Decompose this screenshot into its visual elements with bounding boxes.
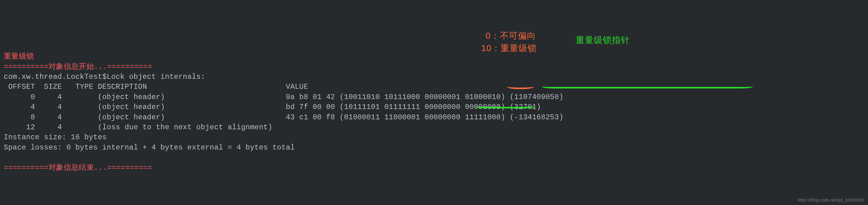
row-0: 0 4 (object header) 9a b8 01 42 (1001101…: [4, 93, 563, 101]
title-line: 重量级锁: [4, 52, 34, 61]
divider-end: ==========对象信息结束...==========: [4, 163, 152, 172]
divider-start: ==========对象信息开始...==========: [4, 62, 152, 71]
row-2: 8 4 (object header) 43 c1 00 f8 (0100001…: [4, 113, 563, 122]
underline-green-1: [541, 86, 753, 88]
row-3: 12 4 (loss due to the next object alignm…: [4, 123, 272, 131]
annotation-green: 重量级锁指针: [576, 34, 630, 46]
annotation-red-2: 10：重量级锁: [481, 42, 536, 54]
class-line: com.xw.thread.LockTest$Lock object inter…: [4, 73, 205, 81]
annotation-red-1: 0：不可偏向: [486, 30, 536, 42]
row-1: 4 4 (object header) bd 7f 00 00 (1011110…: [4, 103, 541, 111]
space-losses: Space losses: 0 bytes internal + 4 bytes…: [4, 143, 295, 152]
console-output: 重量级锁 ==========对象信息开始...========== com.x…: [0, 41, 868, 173]
watermark: https://blog.csdn.net/qq_32099833: [798, 197, 864, 203]
instance-size: Instance size: 16 bytes: [4, 133, 106, 142]
underline-green-2: [475, 106, 536, 108]
header-line: OFFSET SIZE TYPE DESCRIPTION VALUE: [4, 82, 308, 91]
